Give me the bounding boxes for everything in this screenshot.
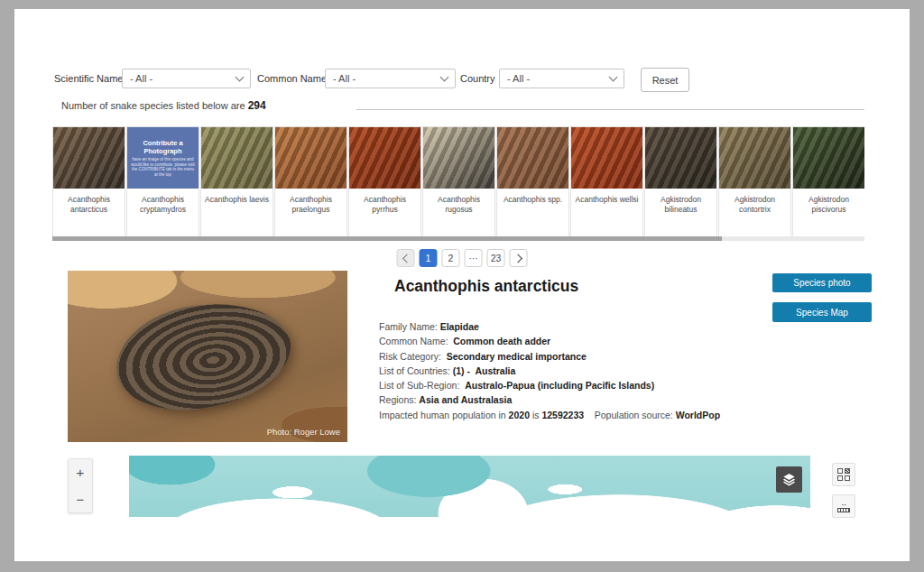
species-details: Family Name: ElapidaeCommon Name: Common… [379, 319, 767, 422]
species-card[interactable]: Acanthophis wellsi [570, 126, 643, 237]
species-card[interactable]: Acanthophis spp. [496, 126, 569, 237]
species-thumbnail [275, 127, 346, 189]
detail-row: List of Sub-Region: Australo-Papua (incl… [379, 378, 767, 392]
country-value: - All - [507, 73, 530, 84]
species-thumbnail [349, 127, 420, 189]
chevron-down-icon [236, 73, 245, 82]
species-card-label: Agkistrodon piscivorus [793, 189, 864, 215]
species-map[interactable] [129, 456, 810, 517]
species-card[interactable]: Agkistrodon bilineatus [644, 126, 717, 237]
basemap-gallery-icon [837, 468, 850, 481]
species-card-label: Acanthophis rugosus [423, 189, 494, 215]
species-thumbnail [571, 127, 642, 189]
species-card[interactable]: Agkistrodon piscivorus [792, 126, 864, 237]
detail-row: List of Countries: (1) - Australia [379, 364, 767, 378]
species-photo-button[interactable]: Species photo [772, 273, 872, 292]
detail-row: Risk Category: Secondary medical importa… [379, 349, 767, 364]
reset-button[interactable]: Reset [641, 68, 689, 92]
zoom-in-button[interactable]: + [69, 459, 92, 486]
species-card-label: Acanthophis wellsi [571, 189, 642, 205]
ruler-icon [837, 508, 850, 512]
detail-row: Impacted human population in 2020 is 125… [379, 408, 767, 422]
pagination-page-2[interactable]: 2 [442, 249, 460, 267]
photo-credit: Photo: Roger Lowe [267, 427, 340, 437]
scientific-name-value: - All - [130, 73, 152, 84]
species-card-label: Acanthophis cryptamydros [127, 189, 199, 215]
measure-button[interactable]: ↔ [832, 494, 855, 518]
carousel-scrollbar-track[interactable] [52, 236, 864, 241]
species-title: Acanthophis antarcticus [394, 277, 578, 296]
contribute-title: Contribute a Photograph [130, 139, 196, 155]
common-name-select[interactable]: - All - [325, 69, 456, 88]
contribute-text: have an image of this species and would … [130, 157, 196, 177]
carousel-scrollbar-thumb[interactable] [52, 236, 722, 241]
species-card-label: Acanthophis spp. [497, 189, 568, 205]
chevron-left-icon [402, 254, 411, 263]
species-action-buttons: Species photo Species Map [772, 273, 872, 322]
species-card[interactable]: Agkistrodon contortrix [718, 126, 791, 237]
map-zoom-control: + − [68, 458, 93, 513]
species-card[interactable]: Acanthophis rugosus [422, 126, 495, 237]
pagination: 12···23 [397, 249, 528, 267]
species-card[interactable]: Acanthophis laevis [200, 126, 273, 237]
measure-icon: ↔ [840, 501, 847, 507]
pagination-next-button[interactable] [510, 249, 528, 267]
pagination-ellipsis[interactable]: ··· [465, 249, 483, 267]
species-card-label: Acanthophis antarcticus [53, 189, 125, 215]
species-thumbnail [645, 127, 716, 189]
common-name-label: Common Name [257, 73, 327, 84]
snake-illustration [109, 293, 298, 420]
species-card[interactable]: Acanthophis pyrrhus [348, 126, 421, 237]
species-thumbnail [793, 127, 864, 189]
species-map-button[interactable]: Species Map [772, 302, 872, 322]
species-card[interactable]: Acanthophis praelongus [274, 126, 347, 237]
chevron-down-icon [440, 73, 449, 82]
species-card[interactable]: Acanthophis antarcticus [52, 126, 125, 237]
species-thumbnail [719, 127, 790, 189]
basemap-gallery-button[interactable] [832, 463, 855, 486]
pagination-prev-button[interactable] [397, 249, 415, 267]
layers-button[interactable] [776, 466, 802, 493]
species-photo: Photo: Roger Lowe [68, 271, 347, 442]
detail-row: Regions: Asia and Australasia [379, 392, 767, 407]
species-carousel: Acanthophis antarcticus Contribute a Pho… [52, 126, 864, 237]
zoom-out-button[interactable]: − [69, 486, 92, 513]
species-thumbnail [423, 127, 494, 189]
species-thumbnail [201, 127, 273, 189]
layers-icon [781, 472, 797, 487]
scientific-name-select[interactable]: - All - [122, 69, 251, 88]
chevron-right-icon [513, 254, 522, 263]
species-thumbnail: Contribute a Photographhave an image of … [127, 127, 199, 189]
country-select[interactable]: - All - [499, 69, 624, 88]
page-background: Scientific Name - All - Common Name - Al… [14, 9, 910, 561]
filter-bar: Scientific Name - All - Common Name - Al… [14, 69, 910, 90]
chevron-down-icon [609, 73, 618, 82]
species-card-label: Acanthophis laevis [201, 189, 273, 205]
species-count-prefix: Number of snake species listed below are [61, 100, 248, 111]
scientific-name-label: Scientific Name [54, 73, 123, 84]
species-count-line: Number of snake species listed below are… [61, 99, 266, 112]
detail-row: Common Name: Common death adder [379, 334, 767, 348]
common-name-value: - All - [333, 73, 356, 84]
pagination-page-23[interactable]: 23 [487, 249, 505, 267]
species-count-value: 294 [248, 99, 266, 112]
species-thumbnail [53, 127, 125, 189]
species-card[interactable]: Contribute a Photographhave an image of … [126, 126, 199, 237]
species-card-label: Acanthophis pyrrhus [349, 189, 420, 215]
species-card-label: Acanthophis praelongus [275, 189, 346, 215]
app-window: Scientific Name - All - Common Name - Al… [0, 0, 924, 572]
species-card-label: Agkistrodon bilineatus [645, 189, 716, 215]
divider [356, 109, 864, 110]
detail-row: Family Name: Elapidae [379, 319, 767, 334]
pagination-page-1[interactable]: 1 [420, 249, 438, 267]
species-card-label: Agkistrodon contortrix [719, 189, 790, 215]
species-thumbnail [497, 127, 568, 189]
country-label: Country [460, 73, 495, 84]
